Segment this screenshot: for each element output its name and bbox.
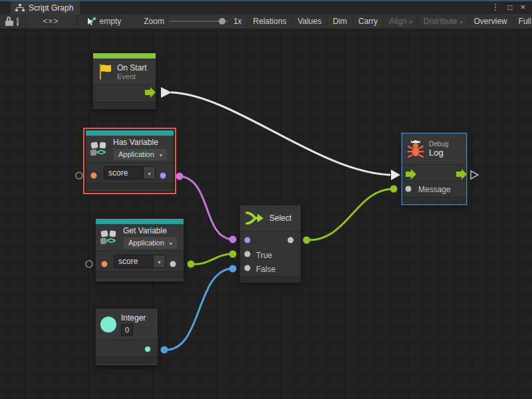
bool-output-port[interactable] xyxy=(160,173,166,179)
node-debug-log[interactable]: Debug Log Message xyxy=(402,133,467,205)
node-header[interactable]: On Start Event xyxy=(93,59,156,84)
node-title: Integer xyxy=(121,313,146,323)
node-header[interactable]: <> Has Variable Application ▾ xyxy=(86,136,174,162)
variable-name-row: score ▾ xyxy=(86,162,174,183)
wire-endpoint[interactable] xyxy=(229,265,237,273)
node-header[interactable]: Select xyxy=(240,205,301,231)
false-input-port[interactable] xyxy=(245,265,251,271)
zoom-value: 1x xyxy=(233,17,242,26)
bug-icon xyxy=(407,140,424,158)
wire-endpoint[interactable] xyxy=(229,236,237,243)
distribute-button: Distribute▾ xyxy=(418,14,468,29)
selection-outline: <> Has Variable Application ▾ score ▾ xyxy=(83,128,176,194)
wire-endpoint[interactable] xyxy=(188,261,195,268)
node-footer xyxy=(240,276,301,283)
variable-name-row: score ▾ xyxy=(96,251,184,271)
node-title: On Start xyxy=(117,63,147,72)
flag-icon xyxy=(98,63,112,80)
node-footer xyxy=(96,356,158,364)
relations-button[interactable]: Relations xyxy=(248,14,292,29)
chevron-down-icon: ▾ xyxy=(410,19,412,25)
integer-literal-icon xyxy=(100,317,116,332)
node-title: Select xyxy=(269,213,291,223)
zoom-control: Zoom 1x xyxy=(128,17,247,26)
node-footer xyxy=(402,197,466,204)
selection-cursor-icon xyxy=(86,17,96,26)
node-title: Get Variable xyxy=(123,226,178,235)
window-menu-icon[interactable]: ⋮ xyxy=(491,3,499,11)
variable-icon: <> xyxy=(90,141,108,158)
chevron-down-icon: ▾ xyxy=(160,152,162,158)
zoom-slider-handle[interactable] xyxy=(219,18,225,25)
node-get-variable[interactable]: <> Get Variable Application ▾ score ▾ xyxy=(95,218,184,282)
variable-color-bar xyxy=(96,219,184,224)
node-title: Has Variable xyxy=(113,138,168,147)
chevron-down-icon: ▾ xyxy=(170,241,172,247)
align-button: Align▾ xyxy=(384,14,418,29)
integer-output-port[interactable] xyxy=(145,346,150,352)
selection-status: empty xyxy=(77,17,128,26)
node-integer[interactable]: Integer 0 xyxy=(95,308,158,366)
variable-name-field[interactable]: score ▾ xyxy=(104,166,156,180)
node-footer xyxy=(93,102,156,109)
message-input-row: Message xyxy=(402,181,466,197)
wire-endpoint[interactable] xyxy=(229,251,237,258)
wire-endpoint[interactable] xyxy=(161,346,168,354)
integer-value-field[interactable]: 0 xyxy=(121,324,133,336)
wire-endpoint[interactable] xyxy=(303,237,311,244)
node-has-variable[interactable]: <> Has Variable Application ▾ score ▾ xyxy=(85,130,174,192)
graph-toolbar: i <×> empty Zoom 1x Relations Values Dim… xyxy=(0,14,532,29)
tab-bar: Script Graph ⋮ □ × xyxy=(0,0,532,15)
selector-input-port[interactable] xyxy=(245,237,251,243)
true-label: True xyxy=(256,251,272,260)
node-title: Log xyxy=(429,148,448,158)
variable-scope-dropdown[interactable]: Application ▾ xyxy=(113,148,168,161)
full-screen-button[interactable]: Full Screen xyxy=(513,14,532,29)
window-focus-accent xyxy=(0,0,532,1)
values-button[interactable]: Values xyxy=(293,14,327,29)
zoom-label: Zoom xyxy=(144,17,164,26)
message-input-port[interactable] xyxy=(406,186,412,192)
wire-endpoint[interactable] xyxy=(390,186,398,193)
variable-color-bar xyxy=(86,130,174,136)
node-header[interactable]: <> Get Variable Application ▾ xyxy=(96,224,184,251)
angle-brackets-icon[interactable]: <×> xyxy=(26,17,76,26)
object-input-port[interactable] xyxy=(91,173,97,179)
node-header[interactable]: Integer 0 xyxy=(96,309,158,340)
window-controls: ⋮ □ × xyxy=(491,0,532,14)
dim-button[interactable]: Dim xyxy=(327,14,352,29)
node-on-start[interactable]: On Start Event xyxy=(92,53,156,110)
zoom-slider[interactable] xyxy=(170,21,228,22)
info-icon[interactable]: i xyxy=(17,17,19,26)
event-color-bar xyxy=(93,53,156,59)
field-dropdown-button[interactable]: ▾ xyxy=(143,167,155,179)
close-icon[interactable]: × xyxy=(520,3,525,11)
false-label: False xyxy=(256,265,275,274)
node-subtitle: Event xyxy=(117,72,147,80)
chevron-down-icon: ▾ xyxy=(460,19,463,25)
graph-hierarchy-icon xyxy=(15,4,25,12)
object-input-port[interactable] xyxy=(102,261,108,267)
result-output-port[interactable] xyxy=(288,237,294,243)
node-footer xyxy=(96,271,184,279)
maximize-icon[interactable]: □ xyxy=(507,3,512,11)
node-category: Debug xyxy=(429,140,448,148)
selection-status-label: empty xyxy=(100,17,122,26)
wire-endpoint[interactable] xyxy=(176,173,184,180)
unity-script-graph-window: Script Graph ⋮ □ × i <×> empty Zoom xyxy=(0,0,532,399)
field-dropdown-button[interactable]: ▾ xyxy=(153,255,165,267)
node-header[interactable]: Debug Log xyxy=(402,134,466,164)
overview-button[interactable]: Overview xyxy=(469,14,513,29)
tab-script-graph[interactable]: Script Graph xyxy=(11,1,80,14)
node-footer xyxy=(86,183,174,190)
true-input-port[interactable] xyxy=(245,251,251,257)
variable-scope-dropdown[interactable]: Application ▾ xyxy=(123,237,178,249)
variable-name-field[interactable]: score ▾ xyxy=(114,255,166,268)
message-label: Message xyxy=(418,185,451,194)
carry-button[interactable]: Carry xyxy=(353,14,383,29)
value-output-port[interactable] xyxy=(170,261,176,267)
variable-icon: <> xyxy=(100,229,118,246)
select-icon xyxy=(245,210,265,226)
tab-title: Script Graph xyxy=(29,3,73,13)
